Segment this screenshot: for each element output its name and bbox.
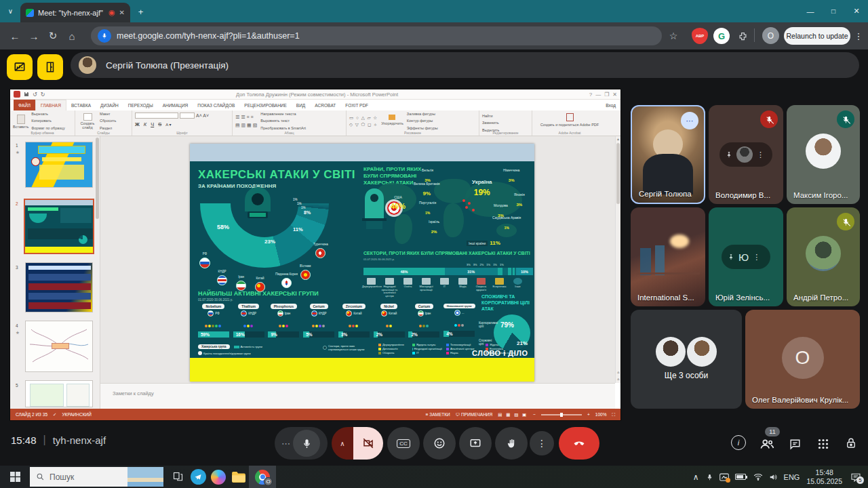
- mic-options-icon[interactable]: ⋯: [281, 439, 290, 449]
- participant-tile-maksym[interactable]: Максим Ігоро...: [787, 105, 860, 204]
- slide-canvas[interactable]: ХАКЕРСЬКІ АТАКИ У СВІТІ ЗА КРАЇНАМИ ПОХО…: [190, 144, 534, 382]
- camera-off-icon[interactable]: [353, 427, 383, 460]
- participant-tile-oleg[interactable]: О Олег Валерійович Крулік...: [745, 310, 860, 409]
- pill-kebab-icon[interactable]: ⋮: [753, 253, 760, 262]
- tab-search-icon[interactable]: ∨: [4, 5, 17, 18]
- participant-tile-volodymyr[interactable]: ⋮ Володимир В...: [709, 105, 783, 204]
- chart-board-shortcut-icon[interactable]: [7, 54, 33, 80]
- telegram-icon[interactable]: [188, 466, 208, 488]
- strikethrough-button[interactable]: S: [158, 121, 161, 127]
- cut-button[interactable]: Вырезать: [31, 110, 64, 117]
- profile-avatar[interactable]: O: [762, 27, 779, 44]
- adobe-create-button[interactable]: Создать и поделиться Adobe PDF: [535, 123, 604, 127]
- tile-more-options-icon[interactable]: ⋯: [681, 112, 698, 129]
- undo-icon[interactable]: ↺: [33, 92, 37, 98]
- slide-thumbnail-3[interactable]: [25, 262, 93, 312]
- text-direction-button[interactable]: Направление текста: [260, 110, 306, 117]
- align-buttons[interactable]: ▤ ▥ ▦ ▧: [235, 121, 257, 129]
- italic-button[interactable]: К: [144, 121, 146, 127]
- pinned-avatar-pill[interactable]: ⋮: [719, 142, 772, 167]
- ppt-vertical-scrollbar[interactable]: ▲ ≙ ≚: [615, 136, 620, 383]
- reset-button[interactable]: Сбросить: [100, 117, 116, 124]
- tab-close-icon[interactable]: ✕: [119, 9, 125, 16]
- extensions-puzzle-icon[interactable]: [736, 29, 749, 43]
- tray-mic-icon[interactable]: [706, 472, 713, 482]
- copy-button[interactable]: Копировать: [31, 117, 64, 124]
- tab-slideshow[interactable]: ПОКАЗ СЛАЙДОВ: [193, 100, 239, 110]
- shapes-gallery[interactable]: ▭ ○ △ ▱ ☆◇ ▽ ⬠ ◻ ⟡: [349, 115, 378, 128]
- tab-file[interactable]: ФАЙЛ: [14, 100, 35, 110]
- home-icon[interactable]: ⌂: [62, 26, 81, 45]
- relaunch-to-update-button[interactable]: Relaunch to update: [784, 27, 850, 45]
- zoom-out-icon[interactable]: −: [533, 412, 536, 417]
- tab-acrobat[interactable]: ACROBAT: [310, 100, 340, 110]
- action-center-icon[interactable]: 5: [850, 472, 861, 482]
- language-indicator[interactable]: УКРАИНСКИЙ: [62, 412, 91, 417]
- comments-toggle[interactable]: 🗩 ПРИМЕЧАНИЯ: [456, 412, 492, 417]
- tray-volume-icon[interactable]: [769, 473, 778, 481]
- zoom-in-icon[interactable]: +: [587, 412, 590, 417]
- thumbnails-scrollbar[interactable]: [96, 138, 99, 219]
- save-icon[interactable]: [24, 92, 29, 97]
- present-button[interactable]: [459, 427, 492, 460]
- tab-home[interactable]: ГЛАВНАЯ: [35, 100, 66, 110]
- chrome-taskbar-active[interactable]: O: [249, 466, 276, 488]
- pill-kebab-icon[interactable]: ⋮: [757, 150, 764, 159]
- host-controls-lock-icon[interactable]: [842, 435, 860, 451]
- participant-tile-overflow[interactable]: Ще 3 особи: [631, 310, 742, 409]
- font-name-select[interactable]: [135, 113, 178, 119]
- font-size-select[interactable]: [180, 113, 195, 119]
- ppt-close-icon[interactable]: ✕: [612, 92, 617, 98]
- notes-pane[interactable]: Заметки к слайду: [100, 383, 615, 409]
- replace-button[interactable]: Заменить: [482, 119, 529, 126]
- raise-hand-button[interactable]: [495, 427, 528, 460]
- new-slide-button[interactable]: Создать слайд: [78, 113, 97, 129]
- address-bar[interactable]: meet.google.com/tyh-nenx-ajf?pli=1&authu…: [91, 26, 662, 45]
- end-call-button[interactable]: [559, 427, 599, 460]
- tray-chevron-icon[interactable]: ∧: [693, 472, 699, 482]
- ppt-restore-icon[interactable]: ❐: [604, 92, 609, 98]
- notes-toggle[interactable]: ≡ ЗАМЕТКИ: [426, 412, 450, 417]
- slide-thumbnail-1[interactable]: [25, 142, 93, 188]
- forward-icon[interactable]: →: [24, 26, 43, 45]
- shape-fill-button[interactable]: Заливка фигуры: [407, 110, 438, 117]
- new-tab-button[interactable]: +: [134, 5, 147, 18]
- redo-icon[interactable]: ↻: [41, 92, 45, 98]
- bookmark-star-icon[interactable]: ☆: [666, 28, 681, 43]
- captions-button[interactable]: CC: [387, 427, 420, 460]
- window-maximize-button[interactable]: □: [822, 0, 845, 22]
- mic-control[interactable]: ⋯: [275, 427, 328, 460]
- slide-thumbnail-4[interactable]: [25, 321, 93, 372]
- search-highlight-image[interactable]: [127, 467, 163, 487]
- tab-animations[interactable]: АНИМАЦИЯ: [158, 100, 193, 110]
- ppt-help-icon[interactable]: ?: [589, 92, 592, 98]
- door-shortcut-icon[interactable]: [37, 54, 63, 80]
- spellcheck-icon[interactable]: ✓: [53, 412, 56, 418]
- tray-wifi-icon[interactable]: [753, 473, 763, 481]
- taskbar-search-box[interactable]: Пошук: [30, 467, 163, 487]
- file-explorer-icon[interactable]: [229, 466, 249, 488]
- slide-thumbnail-2-selected[interactable]: [24, 199, 94, 254]
- grammarly-extension-icon[interactable]: G: [713, 28, 730, 44]
- tab-review[interactable]: РЕЦЕНЗИРОВАНИЕ: [239, 100, 292, 110]
- window-close-button[interactable]: ✕: [845, 0, 868, 22]
- participant-tile-sergiy[interactable]: ⋯ Сергій Толюпа: [631, 105, 705, 204]
- reactions-button[interactable]: [423, 427, 456, 460]
- mic-in-use-icon[interactable]: [98, 29, 111, 43]
- next-slide-icon[interactable]: ≚: [616, 378, 620, 382]
- tray-snip-icon[interactable]: [719, 473, 729, 481]
- slide-thumbnail-5[interactable]: [25, 380, 93, 407]
- mic-on-icon[interactable]: [293, 430, 320, 457]
- scroll-up-icon[interactable]: ▲: [616, 136, 620, 142]
- tab-foxit[interactable]: FOXIT PDF: [340, 100, 373, 110]
- chat-icon[interactable]: [787, 436, 803, 451]
- language-indicator[interactable]: ENG: [784, 473, 800, 481]
- task-view-icon[interactable]: [167, 466, 188, 488]
- taskbar-clock[interactable]: 15:48 15.05.2025: [806, 468, 842, 486]
- shape-outline-button[interactable]: Контур фигуры: [407, 117, 438, 124]
- align-text-button[interactable]: Выровнять текст: [260, 117, 306, 124]
- tray-battery-icon[interactable]: [735, 474, 747, 480]
- tab-insert[interactable]: ВСТАВКА: [66, 100, 96, 110]
- meeting-details-icon[interactable]: i: [731, 435, 746, 450]
- people-icon[interactable]: [758, 436, 776, 451]
